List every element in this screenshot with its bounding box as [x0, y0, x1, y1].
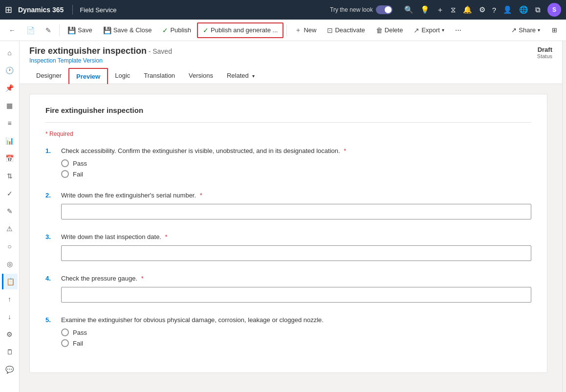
related-chevron: ▾ — [252, 73, 255, 79]
publish-generate-button[interactable]: ✓ Publish and generate ... — [197, 22, 283, 38]
sidebar-item-gear[interactable]: ⚙ — [2, 327, 18, 342]
try-new-toggle[interactable] — [376, 5, 392, 14]
sidebar-item-pin[interactable]: 📌 — [2, 80, 18, 96]
question-1-pass-label: Pass — [73, 160, 87, 167]
nav-icons: 🔍 💡 ＋ ⧖ 🔔 ⚙ ? 👤 🌐 ⧉ S — [404, 3, 561, 17]
page-icon: 📄 — [26, 26, 35, 34]
sidebar-item-download[interactable]: ↓ — [2, 309, 18, 325]
question-5-block: 5. Examine the extinguisher for obvious … — [45, 316, 531, 347]
share-button[interactable]: ↗ Share ▾ — [506, 24, 545, 36]
deactivate-button[interactable]: ⊡ Deactivate — [322, 22, 370, 38]
question-4-input[interactable] — [61, 287, 531, 303]
question-5-pass-option[interactable]: Pass — [61, 328, 531, 336]
search-icon[interactable]: 🔍 — [404, 5, 414, 14]
required-star-2: * — [200, 192, 202, 199]
try-new-look: Try the new look — [330, 5, 392, 14]
sidebar-item-alert[interactable]: ⚠ — [2, 221, 18, 237]
publish-button[interactable]: ✓ Publish — [157, 22, 196, 38]
question-1-pass-radio[interactable] — [61, 159, 69, 167]
question-3-block: 3. Write down the last inspection date. … — [45, 233, 531, 261]
question-5-num: 5. — [45, 316, 55, 324]
save-close-button[interactable]: 💾 Save & Close — [98, 22, 157, 38]
waffle-menu[interactable]: ⊞ — [5, 4, 12, 15]
window-icon[interactable]: ⧉ — [535, 5, 541, 14]
plus-icon[interactable]: ＋ — [436, 5, 444, 15]
tabs: Designer Preview Logic Translation Versi… — [29, 68, 552, 84]
tab-designer[interactable]: Designer — [29, 68, 68, 84]
question-4-block: 4. Check the pressure gauge. * — [45, 275, 531, 303]
nav-separator — [72, 5, 73, 15]
user-icon[interactable]: 👤 — [503, 5, 512, 14]
toolbar-right: ↗ Share ▾ ⊞ — [506, 22, 562, 38]
sidebar-item-target[interactable]: ◎ — [2, 256, 18, 272]
tab-related[interactable]: Related ▾ — [220, 68, 261, 84]
tab-versions[interactable]: Versions — [182, 68, 220, 84]
edit-button[interactable]: ✎ — [41, 22, 56, 38]
tab-logic[interactable]: Logic — [108, 68, 137, 84]
new-icon: ＋ — [295, 26, 302, 35]
question-3-input[interactable] — [61, 245, 531, 261]
export-icon: ↗ — [414, 26, 419, 34]
sidebar-item-upload[interactable]: ↑ — [2, 291, 18, 307]
export-chevron: ▾ — [442, 27, 444, 33]
save-button[interactable]: 💾 Save — [63, 22, 97, 38]
question-1-pass-option[interactable]: Pass — [61, 159, 531, 167]
sidebar-item-list[interactable]: ≡ — [2, 115, 18, 131]
user-avatar[interactable]: S — [547, 3, 561, 17]
content-area[interactable]: Fire extinguisher inspection * Required … — [20, 84, 562, 392]
globe-icon[interactable]: 🌐 — [519, 5, 528, 14]
question-5-row: 5. Examine the extinguisher for obvious … — [45, 316, 531, 324]
toolbar: ← 📄 ✎ 💾 Save 💾 Save & Close ✓ Publish ✓ … — [0, 20, 566, 41]
page-button[interactable]: 📄 — [22, 22, 40, 38]
question-1-row: 1. Check accessibility. Confirm the exti… — [45, 147, 531, 154]
page-header: Fire extinguisher inspection - Saved Ins… — [20, 41, 562, 84]
bell-icon[interactable]: 🔔 — [463, 5, 472, 14]
question-1-fail-label: Fail — [73, 171, 83, 178]
tab-translation[interactable]: Translation — [137, 68, 182, 84]
tab-preview[interactable]: Preview — [68, 68, 108, 84]
question-3-num: 3. — [45, 233, 55, 240]
settings-icon[interactable]: ⚙ — [479, 5, 485, 14]
sidebar-item-calendar[interactable]: 📅 — [2, 151, 18, 166]
question-4-row: 4. Check the pressure gauge. * — [45, 275, 531, 282]
more-button[interactable]: ⋯ — [450, 22, 466, 38]
delete-button[interactable]: 🗑 Delete — [371, 22, 408, 38]
sidebar-item-edit[interactable]: ✎ — [2, 203, 18, 219]
question-1-text: Check accessibility. Confirm the extingu… — [61, 147, 346, 154]
lightbulb-icon[interactable]: 💡 — [420, 5, 430, 14]
required-star-1: * — [344, 147, 346, 154]
sidebar-item-home[interactable]: ⌂ — [2, 45, 18, 61]
sidebar-item-chat[interactable]: 💬 — [2, 362, 18, 377]
publish-generate-icon: ✓ — [203, 26, 209, 34]
right-panel-button[interactable]: ⊞ — [547, 22, 562, 38]
help-icon[interactable]: ? — [492, 6, 496, 14]
sidebar-item-sort[interactable]: ⇅ — [2, 168, 18, 184]
sidebar-item-circle[interactable]: ○ — [2, 239, 18, 254]
page-layout: ⌂ 🕐 📌 ▦ ≡ 📊 📅 ⇅ ✓ ✎ ⚠ ○ ◎ 📋 ↑ ↓ ⚙ 🗒 💬 Fi… — [0, 41, 566, 392]
question-2-text: Write down the fire extinguisher's seria… — [61, 192, 202, 199]
save-icon: 💾 — [67, 26, 76, 34]
question-5-fail-option[interactable]: Fail — [61, 339, 531, 347]
sidebar-item-chart[interactable]: 📊 — [2, 133, 18, 149]
new-button[interactable]: ＋ New — [290, 22, 321, 38]
question-5-pass-radio[interactable] — [61, 328, 69, 336]
sidebar-item-recent[interactable]: 🕐 — [2, 63, 18, 78]
delete-icon: 🗑 — [376, 26, 383, 34]
question-1-fail-radio[interactable] — [61, 170, 69, 178]
sidebar-item-document[interactable]: 📋 — [2, 274, 18, 289]
sidebar-item-check[interactable]: ✓ — [2, 186, 18, 201]
question-5-text: Examine the extinguisher for obvious phy… — [61, 316, 324, 324]
share-icon: ↗ — [511, 26, 517, 34]
export-button[interactable]: ↗ Export ▾ — [409, 22, 449, 38]
question-1-fail-option[interactable]: Fail — [61, 170, 531, 178]
question-5-fail-radio[interactable] — [61, 339, 69, 347]
sidebar-item-notes[interactable]: 🗒 — [2, 344, 18, 360]
filter-icon[interactable]: ⧖ — [451, 5, 456, 14]
edit-icon: ✎ — [45, 26, 51, 34]
toolbar-separator-2 — [286, 24, 287, 36]
page-header-top: Fire extinguisher inspection - Saved Ins… — [29, 46, 552, 64]
question-2-input[interactable] — [61, 204, 531, 219]
back-icon: ← — [9, 26, 16, 34]
sidebar-item-table[interactable]: ▦ — [2, 98, 18, 113]
back-button[interactable]: ← — [4, 22, 21, 38]
